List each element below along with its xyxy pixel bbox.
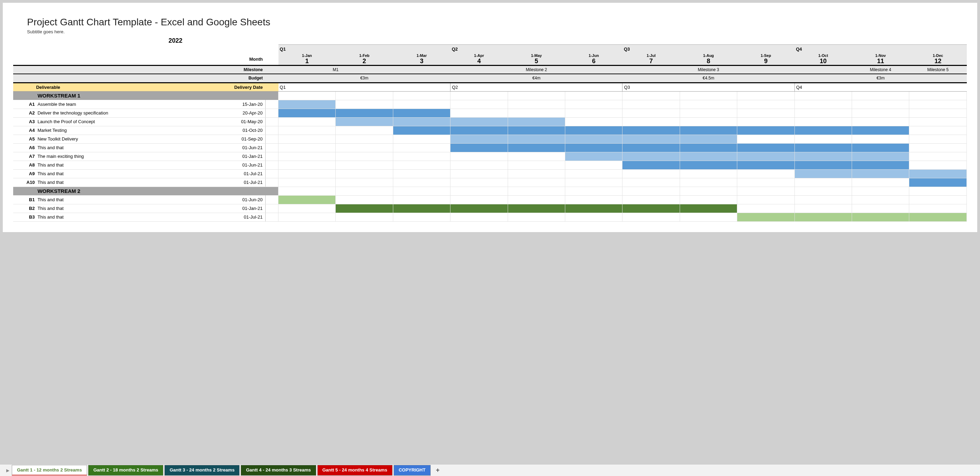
gantt-cell[interactable] xyxy=(565,178,622,187)
task-name[interactable]: This and that xyxy=(36,161,202,169)
gantt-cell[interactable] xyxy=(680,152,737,161)
month-header[interactable]: 1-Jan1 xyxy=(278,53,336,65)
gantt-cell[interactable] xyxy=(737,169,794,178)
task-id[interactable]: A5 xyxy=(13,135,36,143)
gantt-cell[interactable] xyxy=(622,100,680,108)
gantt-cell[interactable] xyxy=(909,100,967,108)
gantt-cell[interactable] xyxy=(794,213,852,221)
gantt-cell[interactable] xyxy=(565,169,622,178)
task-name[interactable]: This and that xyxy=(36,204,202,213)
gantt-cell[interactable] xyxy=(393,178,450,187)
gantt-cell[interactable] xyxy=(680,204,737,213)
gantt-cell[interactable] xyxy=(852,117,909,126)
gantt-cell[interactable] xyxy=(909,213,967,221)
gantt-cell[interactable] xyxy=(450,161,508,169)
gantt-cell[interactable] xyxy=(909,204,967,213)
gantt-cell[interactable] xyxy=(508,135,565,143)
gantt-cell[interactable] xyxy=(909,117,967,126)
gantt-cell[interactable] xyxy=(852,135,909,143)
gantt-cell[interactable] xyxy=(794,143,852,152)
gantt-cell[interactable] xyxy=(278,135,336,143)
gantt-cell[interactable] xyxy=(450,108,508,117)
gantt-cell[interactable] xyxy=(680,213,737,221)
task-name[interactable]: This and that xyxy=(36,213,202,221)
gantt-cell[interactable] xyxy=(393,135,450,143)
gantt-cell[interactable] xyxy=(565,143,622,152)
gantt-cell[interactable] xyxy=(336,126,393,135)
gantt-cell[interactable] xyxy=(508,178,565,187)
gantt-cell[interactable] xyxy=(794,204,852,213)
task-date[interactable]: 20-Apr-20 xyxy=(202,108,266,117)
gantt-cell[interactable] xyxy=(336,195,393,204)
task-id[interactable]: A1 xyxy=(13,100,36,108)
gantt-cell[interactable] xyxy=(622,204,680,213)
gantt-cell[interactable] xyxy=(909,161,967,169)
gantt-cell[interactable] xyxy=(278,152,336,161)
gantt-cell[interactable] xyxy=(737,178,794,187)
gantt-cell[interactable] xyxy=(680,100,737,108)
gantt-cell[interactable] xyxy=(680,108,737,117)
gantt-cell[interactable] xyxy=(737,152,794,161)
task-id[interactable]: A10 xyxy=(13,178,36,187)
gantt-cell[interactable] xyxy=(852,143,909,152)
gantt-cell[interactable] xyxy=(680,178,737,187)
gantt-cell[interactable] xyxy=(737,126,794,135)
gantt-cell[interactable] xyxy=(450,152,508,161)
task-id[interactable]: B3 xyxy=(13,213,36,221)
month-header[interactable]: 1-Dec12 xyxy=(909,53,967,65)
gantt-cell[interactable] xyxy=(794,169,852,178)
gantt-cell[interactable] xyxy=(336,169,393,178)
gantt-cell[interactable] xyxy=(336,213,393,221)
gantt-cell[interactable] xyxy=(450,213,508,221)
gantt-cell[interactable] xyxy=(737,161,794,169)
gantt-cell[interactable] xyxy=(737,204,794,213)
quarter-label[interactable]: Q4 xyxy=(794,45,966,53)
task-name[interactable]: This and that xyxy=(36,178,202,187)
gantt-cell[interactable] xyxy=(393,169,450,178)
month-header[interactable]: 1-Jul7 xyxy=(622,53,680,65)
budget-cell[interactable]: €3m xyxy=(278,74,450,83)
task-id[interactable]: A2 xyxy=(13,108,36,117)
task-id[interactable]: A9 xyxy=(13,169,36,178)
gantt-cell[interactable] xyxy=(450,117,508,126)
gantt-cell[interactable] xyxy=(278,178,336,187)
task-date[interactable]: 01-Jan-21 xyxy=(202,204,266,213)
month-header[interactable]: 1-Mar3 xyxy=(393,53,450,65)
task-id[interactable]: A3 xyxy=(13,117,36,126)
gantt-cell[interactable] xyxy=(622,126,680,135)
gantt-cell[interactable] xyxy=(909,169,967,178)
gantt-cell[interactable] xyxy=(680,126,737,135)
gantt-cell[interactable] xyxy=(336,152,393,161)
gantt-cell[interactable] xyxy=(508,152,565,161)
gantt-cell[interactable] xyxy=(450,204,508,213)
gantt-cell[interactable] xyxy=(794,161,852,169)
gantt-cell[interactable] xyxy=(508,100,565,108)
gantt-cell[interactable] xyxy=(450,135,508,143)
budget-cell[interactable]: €4m xyxy=(450,74,622,83)
gantt-cell[interactable] xyxy=(565,161,622,169)
gantt-cell[interactable] xyxy=(450,178,508,187)
gantt-cell[interactable] xyxy=(909,108,967,117)
month-header[interactable]: 1-Oct10 xyxy=(794,53,852,65)
budget-cell[interactable]: €3m xyxy=(794,74,966,83)
quarter-label[interactable]: Q1 xyxy=(278,45,450,53)
task-name[interactable]: This and that xyxy=(36,143,202,152)
task-id[interactable]: A6 xyxy=(13,143,36,152)
quarter-label[interactable]: Q3 xyxy=(622,45,794,53)
task-date[interactable]: 01-Jun-21 xyxy=(202,161,266,169)
gantt-cell[interactable] xyxy=(565,152,622,161)
gantt-cell[interactable] xyxy=(393,126,450,135)
gantt-cell[interactable] xyxy=(336,161,393,169)
gantt-cell[interactable] xyxy=(393,117,450,126)
gantt-cell[interactable] xyxy=(450,169,508,178)
gantt-cell[interactable] xyxy=(852,195,909,204)
task-date[interactable]: 01-Oct-20 xyxy=(202,126,266,135)
task-id[interactable]: A4 xyxy=(13,126,36,135)
month-header[interactable]: 1-May5 xyxy=(508,53,565,65)
budget-cell[interactable]: €4.5m xyxy=(622,74,794,83)
gantt-cell[interactable] xyxy=(622,213,680,221)
gantt-cell[interactable] xyxy=(393,195,450,204)
gantt-cell[interactable] xyxy=(794,117,852,126)
gantt-cell[interactable] xyxy=(794,126,852,135)
gantt-cell[interactable] xyxy=(794,100,852,108)
